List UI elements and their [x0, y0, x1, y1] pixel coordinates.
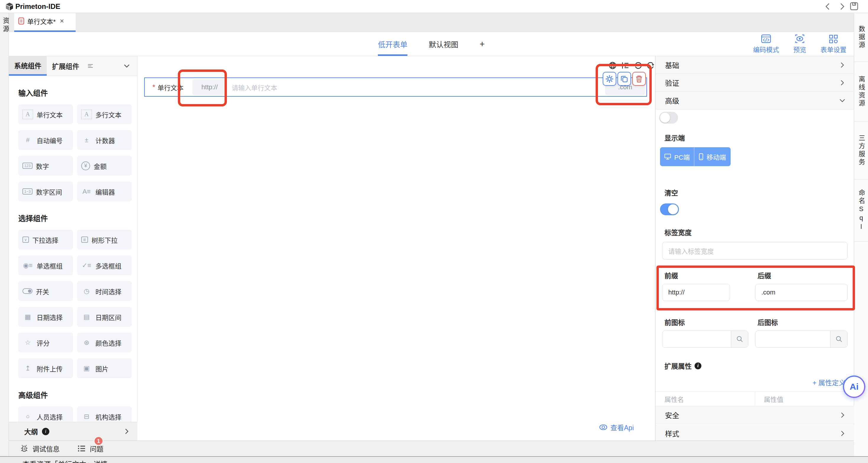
close-tab-icon[interactable]: ×	[60, 17, 64, 25]
section-style[interactable]: 样式	[656, 425, 854, 442]
palette-item[interactable]: A≡编辑器	[77, 181, 132, 201]
tab-default-view[interactable]: 默认视图	[429, 32, 458, 56]
ai-assistant-button[interactable]: Ai	[843, 375, 865, 398]
outline-panel-icon[interactable]	[621, 61, 629, 69]
section-advanced[interactable]: 高级	[656, 92, 854, 109]
add-attribute-link[interactable]: + 属性定义	[812, 377, 845, 387]
attr-name-column: 属性名	[656, 392, 755, 406]
copy-icon	[620, 75, 628, 83]
palette-item[interactable]: ▣图片	[77, 358, 132, 378]
section-security[interactable]: 安全	[656, 406, 854, 424]
view-api-link[interactable]: 查看Api	[599, 422, 634, 432]
field-settings-button[interactable]	[603, 72, 616, 86]
component-icon	[23, 288, 32, 294]
palette-item[interactable]: ✓≡多选框组	[77, 256, 132, 275]
palette-item-label: 下拉选择	[32, 235, 59, 244]
globe-icon[interactable]	[609, 61, 617, 69]
palette-item[interactable]: 1~3数字区间	[18, 181, 73, 201]
palette-item[interactable]: ≣树形下拉	[77, 230, 132, 250]
palette-item-label: 图片	[95, 364, 108, 373]
palette-item-label: 多选框组	[95, 261, 121, 270]
palette-item[interactable]: A多行文本	[77, 104, 132, 124]
palette-item[interactable]: ☆评分	[18, 332, 73, 352]
preview-button[interactable]: 预览	[793, 34, 806, 54]
debug-info-label: 调试信息	[32, 443, 60, 454]
field-delete-button[interactable]	[632, 72, 646, 86]
selected-field-single-line-text[interactable]: * 单行文本 http:// 请输入单行文本 .com	[144, 78, 647, 97]
palette-item[interactable]: ¥金额	[77, 156, 132, 176]
palette-item[interactable]: ▦日期选择	[18, 307, 73, 327]
palette-item[interactable]: ∨下拉选择	[18, 230, 73, 250]
palette-collapse-chevron-icon[interactable]	[123, 62, 131, 70]
palette-item-label: 数字区间	[36, 187, 62, 196]
search-icon[interactable]	[731, 331, 748, 347]
field-copy-button[interactable]	[617, 72, 631, 86]
palette-item[interactable]: ↥附件上传	[18, 358, 73, 378]
field-input[interactable]: 请输入单行文本	[226, 79, 605, 95]
palette-item[interactable]: 开关	[18, 281, 73, 301]
palette-item[interactable]: ⊛颜色选择	[77, 332, 132, 352]
section-validation[interactable]: 验证	[656, 74, 854, 92]
palette-group-grid: ∨下拉选择≣树形下拉◉≡单选框组✓≡多选框组开关◷时间选择▦日期选择▤日期区间☆…	[18, 230, 132, 378]
palette-item-label: 附件上传	[37, 364, 63, 373]
form-settings-button[interactable]: 表单设置	[820, 34, 846, 54]
palette-item[interactable]: 123数字	[18, 156, 73, 176]
component-icon: A	[81, 110, 92, 119]
undo-icon[interactable]	[634, 61, 642, 69]
display-target-label: 显示端	[664, 133, 685, 143]
palette-item[interactable]: ⊟机构选择	[77, 407, 132, 422]
nav-forward-icon[interactable]	[838, 2, 847, 11]
form-canvas[interactable]: * 单行文本 http:// 请输入单行文本 .com 查看Api	[137, 56, 655, 442]
outline-bar[interactable]: 大纲 i	[9, 422, 137, 440]
extended-attrs-info-icon[interactable]: i	[694, 363, 701, 369]
code-mode-button[interactable]: 编码模式	[753, 34, 779, 54]
nav-back-icon[interactable]	[824, 2, 833, 11]
back-icon-input[interactable]	[755, 330, 848, 348]
pc-target-button[interactable]: PC端	[660, 147, 694, 166]
search-icon[interactable]	[830, 331, 847, 347]
outline-info-icon[interactable]: i	[42, 428, 49, 435]
right-rail-item[interactable]: 命名Sql	[854, 179, 868, 241]
prefix-input[interactable]: http://	[662, 284, 730, 301]
palette-item[interactable]: ▤日期区间	[77, 307, 132, 327]
palette-menu-icon[interactable]	[85, 56, 96, 76]
tab-extended-components[interactable]: 扩展组件	[47, 56, 85, 76]
section-basic[interactable]: 基础	[656, 56, 854, 74]
clear-toggle[interactable]	[660, 203, 679, 215]
add-view-button[interactable]: +	[479, 32, 485, 56]
component-icon: ▤	[81, 313, 92, 321]
redo-icon[interactable]	[647, 61, 655, 69]
unlabeled-toggle[interactable]	[659, 112, 678, 123]
document-icon	[18, 18, 24, 25]
palette-item-label: 日期选择	[37, 312, 63, 322]
document-tab-active[interactable]: 单行文本* ×	[14, 13, 75, 32]
label-width-input[interactable]: 请输入标签宽度	[662, 242, 848, 260]
phone-icon	[699, 153, 704, 160]
palette-tabs: 系统组件 扩展组件	[9, 56, 137, 76]
save-icon[interactable]	[850, 2, 859, 10]
app-logo-icon	[5, 2, 13, 11]
debug-info-button[interactable]: 调试信息	[20, 443, 60, 454]
tab-system-components[interactable]: 系统组件	[9, 56, 47, 76]
component-icon: ¥	[81, 162, 90, 170]
palette-item[interactable]: ◷时间选择	[77, 281, 132, 301]
palette-item-label: 单选框组	[37, 261, 63, 270]
suffix-input[interactable]: .com	[755, 284, 848, 301]
views-toolbar: 低开表单 默认视图 + 编码模式 预览 表单设置	[9, 32, 854, 56]
component-icon: ✓≡	[81, 262, 92, 269]
list-icon	[78, 445, 86, 452]
palette-item[interactable]: ±计数器	[77, 130, 132, 150]
right-rail-item[interactable]: 数据源	[854, 13, 868, 62]
right-rail-item[interactable]: 三方服务	[854, 121, 868, 179]
palette-item[interactable]: ◉≡单选框组	[18, 256, 73, 275]
component-icon: ☆	[23, 339, 33, 347]
outline-expand-chevron-icon[interactable]	[123, 428, 130, 435]
palette-item[interactable]: ○人员选择	[18, 407, 73, 422]
front-icon-input[interactable]	[662, 330, 748, 348]
document-tab-label: 单行文本*	[27, 16, 56, 26]
palette-item[interactable]: A单行文本	[18, 104, 73, 124]
palette-item[interactable]: #自动编号	[18, 130, 73, 150]
mobile-target-button[interactable]: 移动端	[694, 147, 731, 166]
tab-low-code-form[interactable]: 低开表单	[378, 32, 407, 56]
right-rail-item[interactable]: 离线资源	[854, 62, 868, 121]
